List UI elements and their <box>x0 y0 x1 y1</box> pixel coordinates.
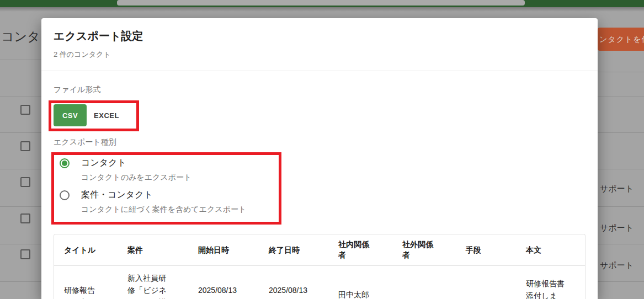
top-bar-shadow <box>0 7 644 12</box>
col-header-method: 手段 <box>466 234 526 266</box>
cell-external <box>402 266 466 299</box>
cell-title: 研修報告 （田中） <box>54 266 127 299</box>
radio-selected-dot <box>62 161 67 166</box>
row-checkbox[interactable] <box>20 213 30 223</box>
row-checkbox[interactable] <box>20 141 30 151</box>
support-cell-text: サポート <box>600 184 634 194</box>
radio-contact[interactable] <box>60 158 70 168</box>
radio-contact-label[interactable]: コンタクト <box>81 157 126 169</box>
col-header-case: 案件 <box>127 234 198 266</box>
col-header-title: タイトル <box>54 234 127 266</box>
row-checkbox[interactable] <box>20 105 30 115</box>
radio-contact-description: コンタクトのみをエクスポート <box>81 173 191 183</box>
cell-body: 研修報告書 添付しま <box>526 266 585 299</box>
col-header-body: 本文 <box>526 234 585 266</box>
table-header-row: タイトル 案件 開始日時 終了日時 社内関係者 社外関係者 手段 本文 <box>54 234 585 266</box>
cell-method <box>466 266 526 299</box>
file-format-label: ファイル形式 <box>54 85 100 95</box>
excel-toggle-button[interactable]: EXCEL <box>87 104 126 126</box>
radio-case-contact-description: コンタクトに紐づく案件を含めてエクスポート <box>81 205 246 215</box>
col-header-external: 社外関係者 <box>402 234 466 266</box>
create-contact-button[interactable]: ンタクトを作 <box>598 28 644 51</box>
radio-case-contact[interactable] <box>60 190 70 200</box>
top-scrollbar-thumb[interactable] <box>117 0 525 6</box>
dialog-subtitle: 2 件のコンタクト <box>54 50 111 60</box>
background-page-title: コンタ <box>1 28 40 45</box>
cell-end: 2025/08/13 14:00 <box>269 266 338 299</box>
col-header-internal: 社内関係者 <box>338 234 402 266</box>
col-header-start: 開始日時 <box>198 234 269 266</box>
table-row: 研修報告 （田中） 新入社員研 修「ビジネ スマナー講 2025/08/13 1… <box>54 266 585 299</box>
table-row-divider <box>598 72 644 72</box>
row-checkbox[interactable] <box>20 177 30 187</box>
cell-internal: 田中太郎 <box>338 266 402 299</box>
support-cell-text: サポート <box>600 223 634 233</box>
dialog-title: エクスポート設定 <box>54 29 143 44</box>
header-divider <box>41 71 598 71</box>
csv-toggle-button[interactable]: CSV <box>54 104 87 126</box>
row-checkbox[interactable] <box>20 249 30 259</box>
export-type-label: エクスポート種別 <box>54 137 116 147</box>
support-cell-text: サポート <box>600 260 634 271</box>
cell-case: 新入社員研 修「ビジネ スマナー講 <box>127 266 198 299</box>
cell-start: 2025/08/13 14:00 <box>198 266 269 299</box>
radio-case-contact-label[interactable]: 案件・コンタクト <box>81 189 153 201</box>
preview-table: タイトル 案件 開始日時 終了日時 社内関係者 社外関係者 手段 本文 研修報告… <box>54 234 586 299</box>
table-row-divider <box>0 60 41 60</box>
col-header-end: 終了日時 <box>269 234 338 266</box>
export-settings-dialog: エクスポート設定 2 件のコンタクト ファイル形式 CSV EXCEL エクスポ… <box>41 18 598 299</box>
